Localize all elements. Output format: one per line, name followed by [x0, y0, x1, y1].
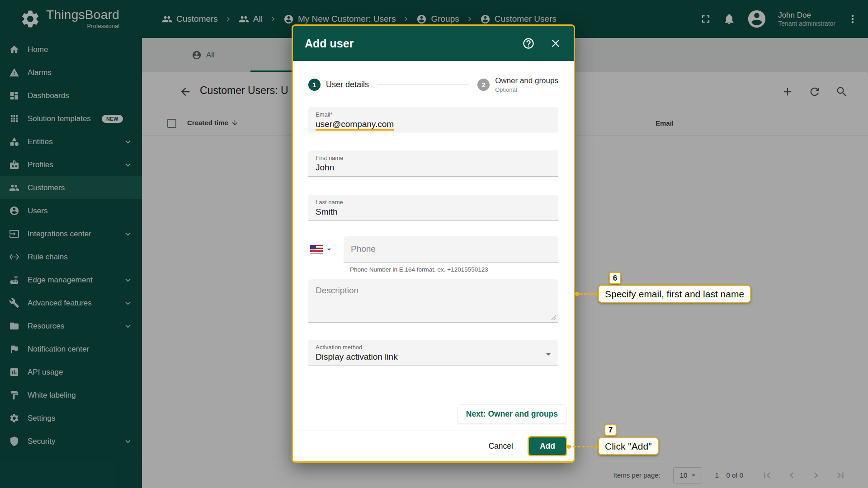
next-owner-and-groups-button[interactable]: Next: Owner and groups: [458, 404, 566, 424]
dialog-title: Add user: [305, 37, 354, 50]
resize-handle-icon[interactable]: [551, 315, 557, 320]
step-2-label-block[interactable]: Owner and groups Optional: [495, 76, 558, 94]
first-name-field-value: John: [316, 163, 551, 173]
dropdown-arrow-icon: [325, 245, 334, 254]
first-name-field[interactable]: First name John: [308, 150, 558, 177]
country-code-select[interactable]: [308, 236, 337, 263]
annotation-connector-6: [577, 293, 598, 295]
annotation-step-6-badge: 6: [609, 272, 621, 284]
last-name-field-label: Last name: [316, 199, 551, 206]
annotation-step-7-badge: 7: [604, 424, 617, 436]
dialog-footer: Cancel Add: [293, 431, 574, 461]
email-field[interactable]: Email* user@company.com: [308, 107, 558, 133]
step-1-indicator: 1: [308, 79, 321, 91]
dropdown-arrow-icon: [543, 349, 554, 360]
step-2-indicator[interactable]: 2: [477, 79, 490, 91]
annotation-step-7-label: Click "Add": [598, 437, 659, 455]
dialog-body: 1 User details 2 Owner and groups Option…: [293, 61, 574, 431]
activation-method-value: Display activation link: [316, 352, 551, 362]
help-icon[interactable]: [522, 37, 535, 50]
step-2-label: Owner and groups: [495, 76, 558, 85]
last-name-field[interactable]: Last name Smith: [308, 195, 558, 221]
annotation-step-6-label: Specify email, first and last name: [598, 285, 751, 303]
close-icon[interactable]: [549, 37, 562, 50]
phone-placeholder: Phone: [351, 244, 376, 254]
annotation-connector-7: [569, 446, 598, 447]
dialog-header: Add user: [293, 26, 574, 61]
phone-row: Phone: [308, 236, 558, 263]
phone-field[interactable]: Phone: [344, 236, 558, 263]
email-field-label: Email*: [316, 111, 551, 118]
phone-format-hint: Phone Number in E.164 format, ex. +12015…: [350, 266, 558, 273]
add-user-dialog: Add user 1 User details 2 Owner and grou…: [292, 24, 575, 463]
first-name-field-label: First name: [316, 155, 551, 161]
add-button[interactable]: Add: [528, 436, 567, 456]
wizard-stepper: 1 User details 2 Owner and groups Option…: [308, 76, 558, 94]
email-field-value: user@company.com: [316, 119, 394, 131]
us-flag-icon: [310, 245, 323, 253]
description-placeholder: Description: [316, 286, 359, 295]
step-2-sublabel: Optional: [495, 86, 558, 94]
activation-method-select[interactable]: Activation method Display activation lin…: [308, 340, 558, 366]
activation-method-label: Activation method: [316, 344, 551, 351]
cancel-button[interactable]: Cancel: [488, 441, 513, 451]
last-name-field-value: Smith: [316, 207, 551, 217]
step-1-label: User details: [326, 80, 369, 89]
description-field[interactable]: Description: [308, 279, 558, 323]
stepper-connector-line: [377, 84, 469, 85]
